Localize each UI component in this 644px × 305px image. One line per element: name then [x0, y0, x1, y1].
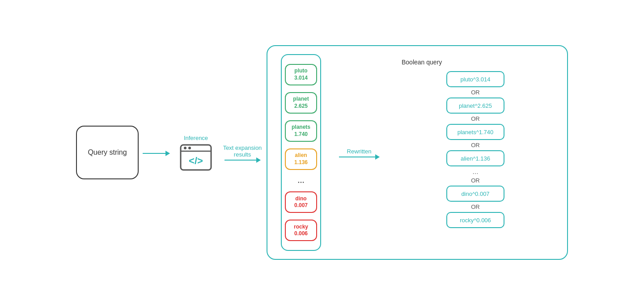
- result-item-planets: planets1.740: [285, 120, 317, 142]
- query-string-label: Query string: [88, 148, 127, 157]
- browser-icon: </>: [180, 144, 212, 171]
- bool-item-planets: planets^1.740: [446, 124, 504, 140]
- query-string-box: Query string: [76, 126, 139, 179]
- bool-item-dino: dino^0.007: [446, 186, 504, 202]
- bool-item-planet: planet^2.625: [446, 97, 504, 114]
- rewritten-label: Rewritten: [347, 148, 372, 155]
- bool-dots: …: [472, 168, 479, 175]
- svg-point-2: [184, 147, 186, 149]
- arrow1-container: [140, 151, 172, 154]
- result-item-alien: alien1.136: [285, 148, 317, 170]
- bool-or-2: OR: [471, 115, 480, 122]
- main-container: pluto3.014 planet2.625 planets1.740 alie…: [267, 45, 568, 260]
- result-item-dino: dino0.007: [285, 191, 317, 213]
- results-dots: …: [297, 177, 305, 185]
- boolean-query-title: Boolean query: [402, 59, 442, 66]
- bool-or-1: OR: [471, 89, 480, 96]
- svg-text:</>: </>: [189, 155, 203, 166]
- rewritten-arrow: [339, 157, 379, 157]
- svg-point-3: [188, 147, 191, 149]
- result-item-planet: planet2.625: [285, 92, 317, 114]
- result-item-pluto: pluto3.014: [285, 64, 317, 85]
- inference-label: Inference: [184, 135, 208, 141]
- boolean-column: Boolean query pluto^3.014 OR planet^2.62…: [397, 54, 554, 251]
- rewritten-arrow-container: Rewritten: [335, 148, 384, 157]
- arrow2: [225, 160, 260, 161]
- bool-item-pluto: pluto^3.014: [446, 71, 504, 87]
- bool-or-5: OR: [471, 203, 480, 210]
- bool-or-3: OR: [471, 142, 480, 148]
- diagram-wrapper: Query string Inference </> Text expansio…: [76, 34, 568, 271]
- results-column: pluto3.014 planet2.625 planets1.740 alie…: [281, 54, 321, 251]
- arrow1: [143, 153, 169, 154]
- inference-box: Inference </>: [174, 132, 218, 173]
- bool-item-rocky: rocky^0.006: [446, 212, 504, 228]
- bool-item-alien: alien^1.136: [446, 150, 504, 166]
- result-item-rocky: rocky0.006: [285, 220, 317, 241]
- bool-or-4: OR: [471, 177, 480, 184]
- text-expansion-label: Text expansionresults: [223, 144, 262, 158]
- arrow2-container: Text expansionresults: [220, 144, 265, 161]
